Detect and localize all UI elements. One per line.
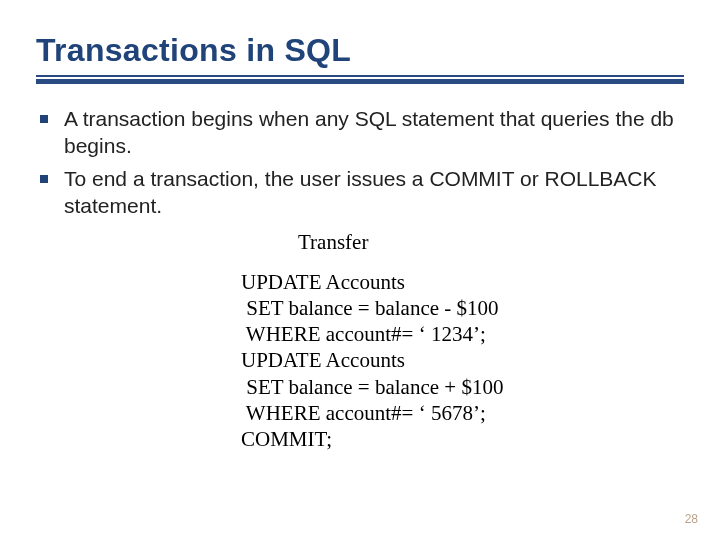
bullet-item: A transaction begins when any SQL statem… <box>64 106 676 160</box>
code-caption: Transfer <box>298 230 684 255</box>
code-block: UPDATE Accounts SET balance = balance - … <box>241 269 684 453</box>
title-rule <box>36 75 684 84</box>
page-number: 28 <box>685 512 698 526</box>
slide: Transactions in SQL A transaction begins… <box>0 0 720 540</box>
bullet-list: A transaction begins when any SQL statem… <box>36 106 684 220</box>
slide-title: Transactions in SQL <box>36 32 684 69</box>
bullet-item: To end a transaction, the user issues a … <box>64 166 676 220</box>
